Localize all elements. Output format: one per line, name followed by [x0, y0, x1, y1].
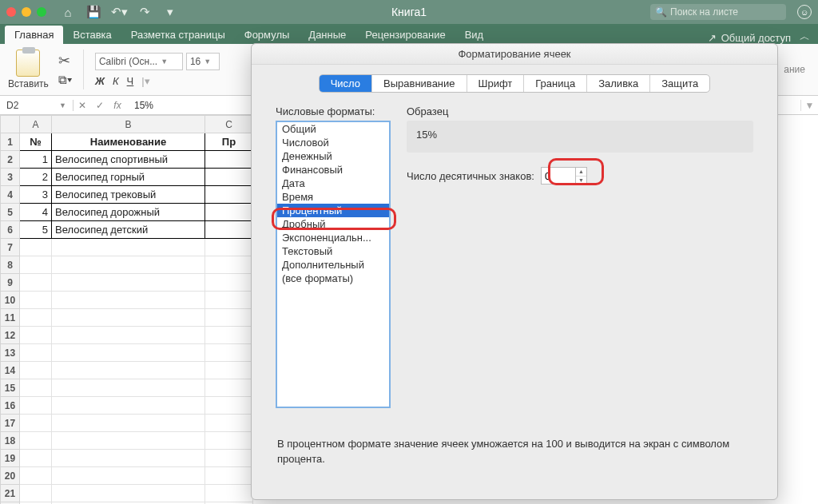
row-header[interactable]: 4 — [1, 186, 20, 204]
cell-name[interactable]: Велосипед трековый — [52, 186, 205, 204]
row-header[interactable]: 7 — [1, 239, 20, 256]
format-item[interactable]: Общий — [277, 122, 389, 136]
save-icon[interactable]: 💾 — [86, 5, 101, 19]
feedback-icon[interactable]: ☺ — [797, 5, 812, 19]
name-box[interactable]: D2 ▼ — [0, 100, 73, 111]
tab-review[interactable]: Рецензирование — [355, 26, 455, 44]
cell[interactable] — [205, 204, 253, 221]
format-item[interactable]: Текстовый — [277, 244, 389, 258]
zoom-window[interactable] — [37, 7, 46, 17]
row-header[interactable]: 11 — [1, 309, 20, 327]
formats-label: Числовые форматы: — [276, 105, 391, 117]
font-name-value: Calibri (Осн... — [99, 56, 157, 67]
dlg-tab-fill[interactable]: Заливка — [587, 75, 650, 92]
font-size-combo[interactable]: 16▼ — [186, 53, 220, 70]
row-header[interactable]: 17 — [1, 415, 20, 432]
row-header[interactable]: 1 — [1, 133, 20, 151]
accept-formula-icon[interactable]: ✓ — [91, 100, 109, 111]
expand-formula-bar[interactable]: ▼ — [800, 100, 818, 111]
row-header[interactable]: 6 — [1, 221, 20, 239]
dlg-tab-font[interactable]: Шрифт — [467, 75, 525, 92]
tab-formulas[interactable]: Формулы — [235, 26, 300, 44]
close-window[interactable] — [6, 7, 16, 17]
redo-icon[interactable]: ↷ — [137, 5, 152, 19]
cell-name[interactable]: Велосипед спортивный — [52, 151, 205, 169]
format-cells-dialog: Форматирование ячеек Число Выравнивание … — [251, 43, 778, 500]
copy-icon[interactable]: ⧉▾ — [58, 73, 72, 87]
cell[interactable] — [205, 221, 253, 239]
minimize-window[interactable] — [22, 7, 31, 17]
format-item[interactable]: Финансовый — [277, 163, 389, 177]
cell-num[interactable]: 2 — [20, 169, 52, 186]
qat-customize-icon[interactable]: ▾ — [163, 5, 177, 19]
home-icon[interactable]: ⌂ — [61, 5, 75, 19]
row-header[interactable]: 20 — [1, 467, 20, 485]
row-header[interactable]: 18 — [1, 432, 20, 450]
header-num[interactable]: № — [20, 133, 52, 151]
fx-icon[interactable]: fx — [109, 100, 126, 111]
cell-num[interactable]: 5 — [20, 221, 52, 239]
decimals-input[interactable] — [541, 167, 576, 185]
format-item[interactable]: Экспоненциальн... — [277, 231, 389, 244]
tab-insert[interactable]: Вставка — [63, 26, 121, 44]
collapse-ribbon-icon[interactable]: ︿ — [796, 30, 813, 44]
row-header[interactable]: 15 — [1, 379, 20, 397]
cell[interactable] — [205, 169, 253, 186]
format-item[interactable]: Время — [277, 190, 389, 204]
cell-name[interactable]: Велосипед детский — [52, 221, 205, 239]
undo-icon[interactable]: ↶▾ — [112, 5, 126, 19]
cell-num[interactable]: 4 — [20, 204, 52, 221]
italic-button[interactable]: К — [113, 75, 119, 87]
dlg-tab-number[interactable]: Число — [320, 75, 372, 92]
row-header[interactable]: 8 — [1, 256, 20, 274]
format-item[interactable]: Денежный — [277, 149, 389, 163]
row-header[interactable]: 19 — [1, 450, 20, 467]
row-header[interactable]: 13 — [1, 344, 20, 362]
format-item[interactable]: Дробный — [277, 217, 389, 231]
number-formats-list[interactable]: ОбщийЧисловойДенежныйФинансовыйДатаВремя… — [276, 121, 391, 408]
sheet-search[interactable]: 🔍 Поиск на листе — [650, 4, 786, 20]
format-item[interactable]: Дата — [277, 177, 389, 190]
format-item[interactable]: (все форматы) — [277, 272, 389, 285]
header-pr[interactable]: Пр — [205, 133, 253, 151]
col-header[interactable]: B — [52, 116, 205, 133]
dlg-tab-border[interactable]: Граница — [524, 75, 587, 92]
col-header[interactable]: C — [205, 116, 253, 133]
header-name[interactable]: Наименование — [52, 133, 205, 151]
font-name-combo[interactable]: Calibri (Осн...▼ — [95, 53, 183, 70]
tab-view[interactable]: Вид — [455, 26, 494, 44]
row-header[interactable]: 2 — [1, 151, 20, 169]
row-header[interactable]: 5 — [1, 204, 20, 221]
cell-num[interactable]: 1 — [20, 151, 52, 169]
dlg-tab-align[interactable]: Выравнивание — [372, 75, 467, 92]
format-item[interactable]: Процентный — [277, 204, 389, 217]
underline-button[interactable]: Ч — [127, 75, 134, 87]
row-header[interactable]: 3 — [1, 169, 20, 186]
cell-name[interactable]: Велосипед горный — [52, 169, 205, 186]
tab-layout[interactable]: Разметка страницы — [121, 26, 235, 44]
row-header[interactable]: 10 — [1, 292, 20, 309]
format-item[interactable]: Числовой — [277, 136, 389, 149]
format-item[interactable]: Дополнительный — [277, 258, 389, 272]
row-header[interactable]: 9 — [1, 274, 20, 292]
row-header[interactable]: 12 — [1, 327, 20, 344]
dlg-tab-protect[interactable]: Защита — [650, 75, 709, 92]
bold-button[interactable]: Ж — [95, 75, 105, 87]
row-header[interactable]: 21 — [1, 485, 20, 502]
cell-num[interactable]: 3 — [20, 186, 52, 204]
tab-home[interactable]: Главная — [5, 26, 63, 44]
tab-data[interactable]: Данные — [299, 26, 355, 44]
cancel-formula-icon[interactable]: ✕ — [73, 100, 91, 111]
decimals-spinner[interactable]: ▲ ▼ — [541, 167, 587, 185]
cell[interactable] — [205, 151, 253, 169]
col-header[interactable]: A — [20, 116, 52, 133]
cut-icon[interactable]: ✂ — [58, 52, 72, 69]
row-header[interactable]: 14 — [1, 362, 20, 379]
spin-up-icon[interactable]: ▲ — [576, 168, 586, 177]
paste-button[interactable]: Вставить — [8, 50, 49, 89]
row-header[interactable]: 16 — [1, 397, 20, 415]
share-button[interactable]: ↗ Общий доступ — [703, 32, 796, 44]
cell-name[interactable]: Велосипед дорожный — [52, 204, 205, 221]
cell[interactable] — [205, 186, 253, 204]
spin-down-icon[interactable]: ▼ — [576, 177, 586, 185]
